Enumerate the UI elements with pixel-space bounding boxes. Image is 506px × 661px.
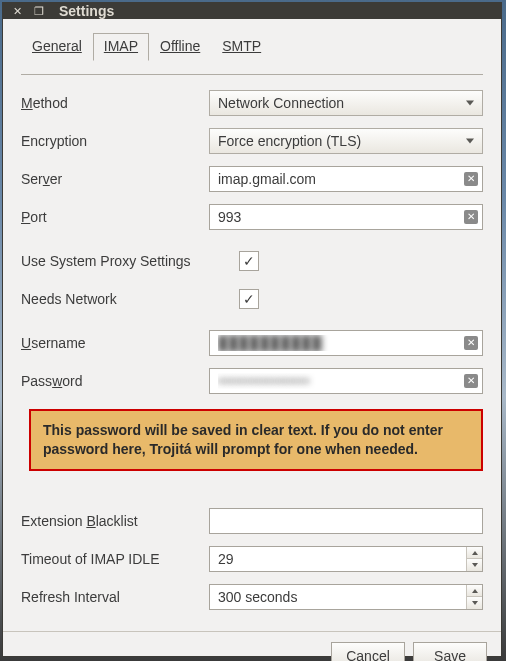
tab-bar: General IMAP Offline SMTP (21, 33, 483, 75)
close-icon[interactable]: ✕ (11, 5, 23, 17)
dialog-button-bar: Cancel Save (3, 631, 501, 661)
chevron-up-icon (472, 551, 478, 555)
tab-imap[interactable]: IMAP (93, 33, 149, 61)
refresh-spinbox[interactable]: 300 seconds (209, 584, 483, 610)
port-input[interactable]: 993 ✕ (209, 204, 483, 230)
port-value: 993 (218, 209, 460, 225)
spin-up-button[interactable] (467, 547, 482, 560)
settings-window: ✕ ❐ Settings General IMAP Offline SMTP M… (2, 2, 502, 657)
label-encryption: Encryption (21, 133, 209, 149)
idle-value: 29 (210, 547, 466, 571)
tab-smtp[interactable]: SMTP (211, 33, 272, 61)
chevron-down-icon (472, 563, 478, 567)
restore-icon[interactable]: ❐ (33, 5, 45, 17)
password-warning: This password will be saved in clear tex… (29, 409, 483, 471)
spin-down-button[interactable] (467, 597, 482, 609)
username-input[interactable]: ██████████ ✕ (209, 330, 483, 356)
chevron-up-icon (472, 589, 478, 593)
clear-icon[interactable]: ✕ (464, 172, 478, 186)
label-username: Username (21, 335, 209, 351)
tab-general[interactable]: General (21, 33, 93, 61)
check-icon: ✓ (243, 253, 255, 269)
chevron-down-icon (472, 601, 478, 605)
refresh-value: 300 seconds (210, 585, 466, 609)
tab-offline[interactable]: Offline (149, 33, 211, 61)
label-refresh: Refresh Interval (21, 589, 209, 605)
label-idle: Timeout of IMAP IDLE (21, 551, 209, 567)
chevron-down-icon (466, 139, 474, 144)
username-value: ██████████ (218, 335, 460, 351)
label-needs-network: Needs Network (21, 291, 239, 307)
spin-down-button[interactable] (467, 559, 482, 571)
clear-icon[interactable]: ✕ (464, 336, 478, 350)
label-method: Method (21, 95, 209, 111)
label-proxy: Use System Proxy Settings (21, 253, 239, 269)
idle-spinbox[interactable]: 29 (209, 546, 483, 572)
server-input[interactable]: imap.gmail.com ✕ (209, 166, 483, 192)
cancel-button[interactable]: Cancel (331, 642, 405, 661)
password-input[interactable]: ••••••••••••••••• ✕ (209, 368, 483, 394)
label-server: Server (21, 171, 209, 187)
blacklist-input[interactable] (209, 508, 483, 534)
encryption-value: Force encryption (TLS) (218, 133, 361, 149)
label-password: Password (21, 373, 209, 389)
check-icon: ✓ (243, 291, 255, 307)
label-blacklist: Extension Blacklist (21, 513, 209, 529)
server-value: imap.gmail.com (218, 171, 460, 187)
needs-network-checkbox[interactable]: ✓ (239, 289, 259, 309)
label-port: Port (21, 209, 209, 225)
method-select[interactable]: Network Connection (209, 90, 483, 116)
clear-icon[interactable]: ✕ (464, 210, 478, 224)
method-value: Network Connection (218, 95, 344, 111)
spin-up-button[interactable] (467, 585, 482, 598)
proxy-checkbox[interactable]: ✓ (239, 251, 259, 271)
clear-icon[interactable]: ✕ (464, 374, 478, 388)
chevron-down-icon (466, 101, 474, 106)
window-title: Settings (59, 3, 114, 19)
password-value: ••••••••••••••••• (218, 373, 460, 389)
encryption-select[interactable]: Force encryption (TLS) (209, 128, 483, 154)
titlebar: ✕ ❐ Settings (3, 3, 501, 19)
content-area: General IMAP Offline SMTP Method Network… (3, 19, 501, 631)
save-button[interactable]: Save (413, 642, 487, 661)
